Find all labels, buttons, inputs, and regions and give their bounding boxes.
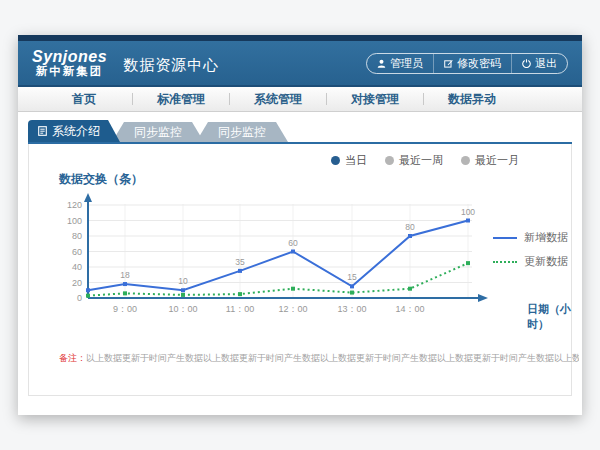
nav-item-system-management[interactable]: 系统管理 [230, 87, 326, 112]
tab-label: 系统介绍 [52, 123, 100, 140]
admin-user-button[interactable]: 管理员 [367, 54, 433, 73]
nav-item-data-change[interactable]: 数据异动 [424, 87, 520, 112]
svg-text:10：00: 10：00 [168, 304, 197, 314]
radio-label: 最近一周 [399, 153, 443, 168]
radio-label: 当日 [345, 153, 367, 168]
svg-text:0: 0 [77, 293, 82, 303]
app-window: Synjones 新中新集团 数据资源中心 管理员 修改密码 退出 [18, 35, 582, 415]
logo-name: Synjones [32, 49, 107, 66]
svg-text:60: 60 [288, 238, 298, 248]
tab-system-intro[interactable]: 系统介绍 [28, 120, 120, 142]
tab-bar: 系统介绍 同步监控 同步监控 [28, 120, 572, 142]
data-exchange-chart: 0204060801001209：0010：0011：0012：0013：001… [48, 190, 498, 322]
svg-text:80: 80 [72, 231, 82, 241]
tab-label: 同步监控 [218, 124, 266, 141]
app-header: Synjones 新中新集团 数据资源中心 管理员 修改密码 退出 [18, 41, 582, 87]
svg-text:120: 120 [67, 200, 82, 210]
legend-label: 更新数据 [524, 254, 568, 269]
legend-item-new-data[interactable]: 新增数据 [493, 230, 568, 245]
svg-text:15: 15 [347, 272, 357, 282]
svg-text:60: 60 [72, 247, 82, 257]
svg-text:13：00: 13：00 [337, 304, 366, 314]
green-dotted-swatch [493, 261, 517, 263]
radio-today[interactable]: 当日 [331, 153, 367, 168]
edit-icon [444, 59, 453, 68]
radio-icon [331, 156, 340, 165]
y-axis-title: 数据交换（条） [59, 171, 143, 188]
user-icon [377, 59, 386, 68]
svg-text:18: 18 [120, 270, 130, 280]
legend-item-updated-data[interactable]: 更新数据 [493, 254, 568, 269]
legend-label: 新增数据 [524, 230, 568, 245]
logout-button[interactable]: 退出 [511, 54, 567, 73]
svg-text:11：00: 11：00 [226, 304, 254, 314]
radio-icon [385, 156, 394, 165]
nav-item-home[interactable]: 首页 [36, 87, 132, 112]
document-icon [38, 126, 47, 136]
tab-sync-monitor-1[interactable]: 同步监控 [112, 122, 204, 142]
svg-text:80: 80 [405, 222, 415, 232]
tab-label: 同步监控 [134, 124, 182, 141]
svg-text:14：00: 14：00 [395, 304, 424, 314]
footnote: 备注：以上数据更新于时间产生数据以上数据更新于时间产生数据以上数据更新于时间产生… [59, 352, 579, 365]
change-password-label: 修改密码 [457, 56, 501, 71]
chart-legend: 新增数据 更新数据 [493, 230, 568, 278]
logout-label: 退出 [535, 56, 557, 71]
svg-text:12：00: 12：00 [278, 304, 307, 314]
svg-text:35: 35 [235, 257, 245, 267]
radio-last-week[interactable]: 最近一周 [385, 153, 443, 168]
main-navigation: 首页 标准管理 系统管理 对接管理 数据异动 [18, 87, 582, 112]
desktop-background: Synjones 新中新集团 数据资源中心 管理员 修改密码 退出 [0, 0, 600, 450]
page-title: 数据资源中心 [123, 56, 219, 75]
footnote-text: 以上数据更新于时间产生数据以上数据更新于时间产生数据以上数据更新于时间产生数据以… [86, 353, 579, 363]
company-logo: Synjones 新中新集团 [32, 49, 107, 78]
svg-text:10: 10 [178, 276, 188, 286]
radio-icon [461, 156, 470, 165]
svg-text:100: 100 [67, 216, 82, 226]
blue-line-swatch [493, 237, 517, 239]
tab-sync-monitor-2[interactable]: 同步监控 [196, 122, 288, 142]
nav-item-interface-management[interactable]: 对接管理 [327, 87, 423, 112]
admin-user-label: 管理员 [390, 56, 423, 71]
chart-panel: 当日 最近一周 最近一月 数据交换（条） 0204060801001209：00… [28, 144, 572, 396]
logo-subtitle: 新中新集团 [32, 65, 107, 77]
nav-item-standard-management[interactable]: 标准管理 [133, 87, 229, 112]
power-icon [522, 59, 531, 68]
svg-text:20: 20 [72, 278, 82, 288]
svg-text:100: 100 [461, 207, 475, 217]
radio-last-month[interactable]: 最近一月 [461, 153, 519, 168]
time-range-filter: 当日 最近一周 最近一月 [331, 153, 519, 168]
x-axis-title: 日期（小时） [527, 302, 571, 332]
change-password-button[interactable]: 修改密码 [433, 54, 511, 73]
user-toolbar: 管理员 修改密码 退出 [366, 53, 568, 74]
radio-label: 最近一月 [475, 153, 519, 168]
svg-text:40: 40 [72, 262, 82, 272]
footnote-prefix: 备注： [59, 353, 86, 363]
svg-text:9：00: 9：00 [113, 304, 137, 314]
